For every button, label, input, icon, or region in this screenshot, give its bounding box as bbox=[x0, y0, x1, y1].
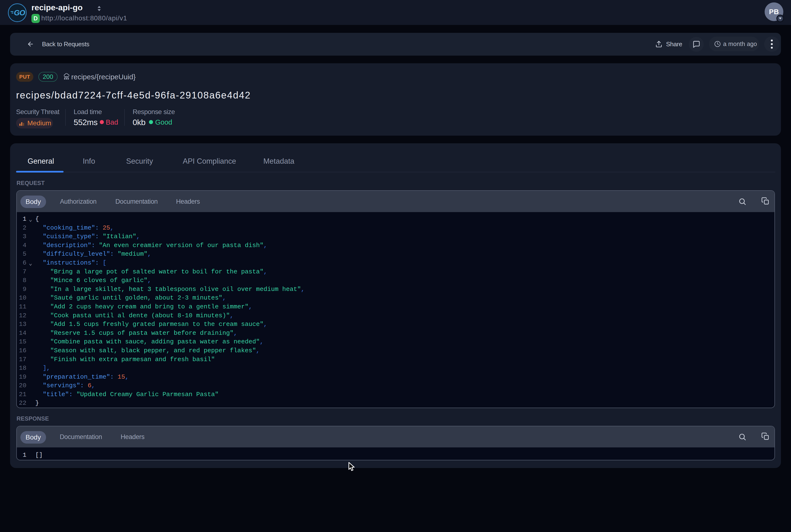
svg-text:GO: GO bbox=[14, 8, 25, 17]
